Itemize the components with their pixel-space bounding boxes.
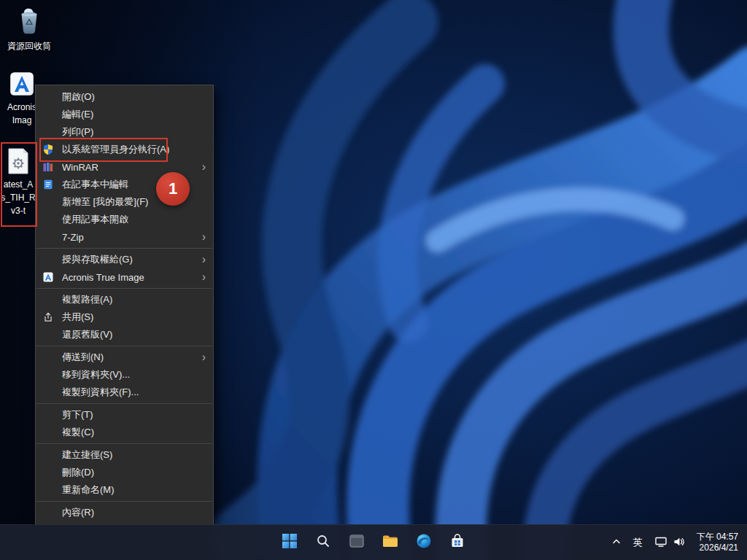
tray-chevron-button[interactable] (608, 534, 625, 552)
menu-item-icon-placeholder (42, 351, 55, 363)
menu-item-cut[interactable]: 剪下(T) (36, 406, 213, 424)
menu-item-label: 剪下(T) (62, 408, 206, 421)
menu-item-label: 7-Zip (62, 232, 196, 243)
menu-separator (36, 501, 212, 502)
menu-item-create-shortcut[interactable]: 建立捷徑(S) (36, 446, 213, 464)
search-button[interactable] (309, 528, 338, 557)
menu-separator (36, 443, 212, 444)
submenu-arrow-icon: › (202, 161, 206, 173)
context-menu: 開啟(O)編輯(E)列印(P)以系統管理員身分執行(A)WinRAR›在記事本中… (35, 85, 214, 525)
menu-item-icon-placeholder (42, 214, 55, 225)
notepad-icon (42, 179, 55, 190)
menu-item-icon-placeholder (42, 294, 55, 306)
menu-item-move-to-folder[interactable]: 移到資料夾(V)... (36, 366, 213, 384)
menu-item-label: 編輯(E) (62, 108, 206, 121)
menu-item-label: Acronis True Image (62, 272, 196, 283)
desktop-icon-label: v3-t (11, 206, 26, 217)
edge-button[interactable] (409, 528, 438, 557)
menu-item-delete[interactable]: 刪除(D) (36, 464, 213, 481)
menu-item-label: 還原舊版(V) (62, 328, 206, 341)
menu-item-winrar[interactable]: WinRAR› (36, 158, 213, 176)
clock[interactable]: 下午 04:57 2026/4/21 (694, 529, 744, 556)
menu-item-properties[interactable]: 內容(R) (36, 504, 213, 521)
app-window-button[interactable] (342, 528, 371, 557)
taskbar-center-icons (275, 525, 472, 560)
menu-item-label: 移到資料夾(V)... (62, 368, 206, 381)
menu-item-label: 建立捷徑(S) (62, 448, 206, 462)
menu-item-run-as-administrator[interactable]: 以系統管理員身分執行(A) (36, 141, 213, 158)
menu-separator (36, 288, 212, 289)
menu-item-label: 開啟(O) (62, 90, 206, 104)
desktop-icon-label: s_TIH_R (1, 192, 35, 203)
menu-separator (36, 346, 212, 346)
desktop-icon-label: 資源回收筒 (7, 41, 51, 52)
menu-item-restore-previous-versions[interactable]: 還原舊版(V) (36, 326, 213, 343)
submenu-arrow-icon: › (202, 231, 206, 243)
menu-item-icon-placeholder (42, 109, 55, 120)
menu-item-open[interactable]: 開啟(O) (36, 88, 213, 106)
desktop-icon-label: Acronis (7, 102, 36, 113)
file-explorer-button[interactable] (376, 528, 405, 557)
acronis-app-icon (8, 70, 36, 100)
uac-shield-icon (42, 144, 55, 155)
system-tray-status[interactable] (651, 533, 689, 553)
menu-item-icon-placeholder (42, 449, 55, 461)
menu-item-label: 使用記事本開啟 (62, 213, 206, 226)
menu-item-label: 傳送到(N) (62, 351, 196, 364)
folder-icon (381, 532, 400, 553)
menu-item-icon-placeholder (42, 254, 55, 265)
windows-start-icon (281, 532, 298, 553)
menu-item-label: 內容(R) (62, 506, 206, 519)
menu-separator (36, 248, 212, 249)
menu-item-icon-placeholder (42, 369, 55, 381)
menu-item-give-access-to[interactable]: 授與存取權給(G)› (36, 251, 213, 268)
taskbar-tray: 英 下午 04:57 2026/4/21 (608, 525, 744, 560)
desktop-icon-label: atest_A (4, 179, 34, 190)
menu-item-label: 授與存取權給(G) (62, 253, 196, 266)
menu-item-copy-path[interactable]: 複製路徑(A) (36, 291, 213, 308)
menu-item-label: 複製(C) (62, 426, 206, 439)
menu-item-copy[interactable]: 複製(C) (36, 424, 213, 441)
store-button[interactable] (443, 528, 472, 557)
menu-item-icon-placeholder (42, 507, 55, 518)
submenu-arrow-icon: › (202, 271, 206, 283)
edge-browser-icon (415, 532, 433, 553)
menu-item-open-with-notepad[interactable]: 使用記事本開啟 (36, 211, 213, 228)
settings-file-icon (6, 147, 31, 177)
menu-item-rename[interactable]: 重新命名(M) (36, 481, 213, 499)
winrar-icon (42, 161, 55, 173)
search-icon (315, 533, 331, 552)
menu-item-label: 重新命名(M) (62, 483, 206, 497)
menu-item-acronis-true-image[interactable]: Acronis True Image› (36, 268, 213, 286)
menu-item-icon-placeholder (42, 484, 55, 496)
menu-item-icon-placeholder (42, 386, 55, 398)
menu-item-copy-to-folder[interactable]: 複製到資料夾(F)... (36, 384, 213, 401)
microsoft-store-icon (449, 532, 466, 553)
start-button[interactable] (275, 528, 304, 557)
menu-item-label: 複製路徑(A) (62, 293, 206, 306)
menu-item-print[interactable]: 列印(P) (36, 123, 213, 141)
volume-icon (673, 536, 686, 550)
menu-item-label: 刪除(D) (62, 466, 206, 479)
menu-item-icon-placeholder (42, 409, 55, 421)
clock-date: 2026/4/21 (697, 542, 738, 553)
menu-item-send-to[interactable]: 傳送到(N)› (36, 349, 213, 366)
desktop-icon-recycle-bin[interactable]: 資源回收筒 (1, 6, 57, 52)
menu-item-label: 列印(P) (62, 125, 206, 139)
menu-item-label: 複製到資料夾(F)... (62, 386, 206, 399)
chevron-up-icon (611, 537, 622, 549)
app-window-icon (348, 532, 365, 553)
menu-item-icon-placeholder (42, 467, 55, 478)
menu-item-label: 以系統管理員身分執行(A) (62, 143, 206, 156)
menu-item-7-zip[interactable]: 7-Zip› (36, 228, 213, 246)
submenu-arrow-icon: › (202, 351, 206, 363)
menu-item-edit[interactable]: 編輯(E) (36, 106, 213, 123)
menu-item-icon-placeholder (42, 231, 55, 243)
menu-item-icon-placeholder (42, 126, 55, 138)
clock-time: 下午 04:57 (697, 532, 738, 542)
menu-item-icon-placeholder (42, 329, 55, 341)
menu-item-share[interactable]: 共用(S) (36, 308, 213, 326)
menu-item-label: WinRAR (62, 162, 196, 173)
language-indicator[interactable]: 英 (630, 533, 646, 552)
menu-separator (36, 403, 212, 404)
